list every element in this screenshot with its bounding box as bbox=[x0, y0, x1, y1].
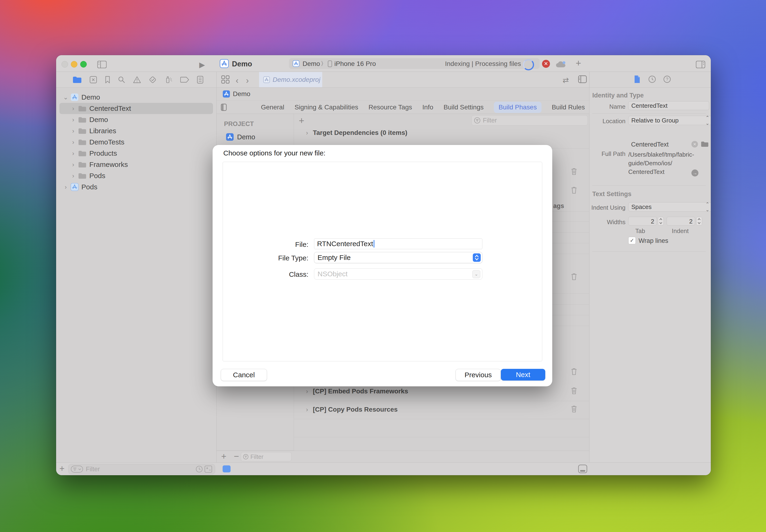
targets-filter-field[interactable]: Filter bbox=[241, 452, 291, 461]
tree-item-frameworks[interactable]: › Frameworks bbox=[56, 159, 216, 170]
name-field[interactable]: CenteredText bbox=[628, 101, 709, 110]
forward-button[interactable]: › bbox=[246, 76, 249, 86]
previous-button[interactable]: Previous bbox=[456, 369, 501, 381]
trash-icon[interactable] bbox=[571, 273, 578, 280]
cancel-button[interactable]: Cancel bbox=[221, 369, 267, 381]
remove-target-button[interactable]: − bbox=[234, 451, 239, 461]
debug-area-toggle-icon[interactable] bbox=[578, 464, 587, 473]
tree-item-demo-folder[interactable]: › Demo bbox=[56, 114, 216, 125]
add-build-phase-button[interactable]: + bbox=[299, 115, 304, 126]
editor-file-tab[interactable]: Demo.xcodeproj bbox=[259, 72, 322, 87]
indent-using-popup[interactable]: Spaces ⌃⌄ bbox=[628, 202, 711, 212]
scm-status-filter-icon[interactable] bbox=[205, 466, 212, 473]
zoom-button[interactable] bbox=[80, 61, 87, 68]
report-navigator-icon[interactable] bbox=[197, 76, 203, 84]
build-phases-filter-field[interactable]: Filter bbox=[472, 115, 588, 126]
trash-icon[interactable] bbox=[571, 186, 578, 194]
file-name-input[interactable]: RTNCenteredText bbox=[314, 238, 482, 249]
class-combo-field[interactable]: NSObject ⌄ bbox=[314, 268, 482, 280]
find-navigator-icon[interactable] bbox=[118, 76, 125, 83]
test-navigator-icon[interactable] bbox=[149, 76, 157, 84]
issue-navigator-icon[interactable] bbox=[133, 76, 141, 83]
chevron-right-icon[interactable]: › bbox=[304, 406, 310, 413]
scheme-device[interactable]: iPhone 16 Pro bbox=[334, 60, 376, 68]
inspector-toggle-icon[interactable] bbox=[696, 61, 705, 68]
activity-status-text[interactable]: Indexing | Processing files bbox=[445, 60, 521, 68]
tree-item-libraries[interactable]: › Libraries bbox=[56, 125, 216, 137]
tab-build-settings[interactable]: Build Settings bbox=[444, 104, 484, 111]
chevron-right-icon[interactable]: › bbox=[70, 172, 76, 180]
tree-item-demotests[interactable]: › DemoTests bbox=[56, 137, 216, 148]
tree-item-centeredtext[interactable]: › CenteredText bbox=[59, 103, 213, 114]
choose-folder-icon[interactable] bbox=[701, 141, 709, 147]
column-toggle-icon[interactable] bbox=[221, 104, 227, 111]
filter-bar-toggle-icon[interactable] bbox=[223, 465, 230, 472]
tree-item-demo-project[interactable]: ⌄ Demo bbox=[56, 92, 216, 103]
navigator-filter-field[interactable]: Filter bbox=[68, 464, 215, 474]
indent-width-field[interactable]: 2 bbox=[667, 217, 695, 226]
chevron-right-icon[interactable]: › bbox=[70, 116, 76, 123]
project-navigator-icon[interactable] bbox=[72, 76, 82, 83]
tab-overview-icon[interactable] bbox=[221, 75, 230, 84]
wrap-lines-checkbox[interactable]: ✓ bbox=[628, 237, 636, 244]
chevron-right-icon[interactable]: › bbox=[304, 388, 310, 395]
chevron-right-icon[interactable]: › bbox=[70, 105, 76, 112]
copy-pods-row[interactable]: › [CP] Copy Pods Resources bbox=[304, 406, 398, 413]
add-target-button[interactable]: + bbox=[221, 451, 226, 461]
open-path-arrow-icon[interactable]: → bbox=[691, 169, 698, 176]
recents-clock-icon[interactable] bbox=[196, 466, 203, 473]
clear-location-icon[interactable]: ✕ bbox=[691, 141, 698, 147]
run-button[interactable]: ▶ bbox=[199, 60, 205, 69]
chevron-right-icon[interactable]: › bbox=[63, 183, 69, 191]
navigator-toggle-icon[interactable] bbox=[97, 61, 107, 68]
chevron-down-icon[interactable]: ⌄ bbox=[63, 94, 69, 101]
add-toolbar-button[interactable]: + bbox=[576, 58, 581, 68]
scheme-target[interactable]: Demo bbox=[302, 60, 320, 68]
location-popup[interactable]: Relative to Group ⌃⌄ bbox=[628, 116, 711, 125]
tree-item-products[interactable]: › Products bbox=[56, 148, 216, 159]
breakpoint-navigator-icon[interactable] bbox=[180, 77, 189, 83]
next-button[interactable]: Next bbox=[501, 369, 545, 381]
chevron-right-icon[interactable]: › bbox=[70, 150, 76, 157]
tree-item-pods-project[interactable]: › Pods bbox=[56, 181, 216, 193]
chevron-right-icon[interactable]: › bbox=[304, 129, 310, 137]
tab-build-rules[interactable]: Build Rules bbox=[552, 104, 585, 111]
add-editor-icon[interactable] bbox=[578, 75, 587, 83]
chevron-right-icon[interactable]: › bbox=[70, 161, 76, 168]
scheme-status-pill[interactable]: Demo 〉 iPhone 16 Pro Indexing | Processi… bbox=[289, 58, 540, 69]
history-inspector-icon[interactable] bbox=[648, 75, 656, 83]
indent-width-stepper[interactable] bbox=[696, 217, 702, 226]
tree-item-pods-folder[interactable]: › Pods bbox=[56, 170, 216, 181]
tab-width-stepper[interactable] bbox=[658, 217, 664, 226]
minimize-button[interactable] bbox=[71, 61, 77, 68]
chevron-right-icon[interactable]: › bbox=[70, 127, 76, 135]
source-control-navigator-icon[interactable] bbox=[90, 76, 97, 83]
trash-icon[interactable] bbox=[571, 387, 578, 395]
tab-signing-capabilities[interactable]: Signing & Capabilities bbox=[294, 104, 358, 111]
trash-icon[interactable] bbox=[571, 367, 578, 375]
jumpbar-item[interactable]: Demo bbox=[233, 90, 250, 98]
debug-navigator-icon[interactable] bbox=[165, 76, 172, 84]
error-badge-icon[interactable]: ✕ bbox=[542, 60, 550, 68]
help-inspector-icon[interactable]: ? bbox=[663, 75, 671, 83]
project-column-item[interactable]: Demo bbox=[226, 133, 255, 141]
trash-icon[interactable] bbox=[571, 167, 578, 175]
tab-general[interactable]: General bbox=[261, 104, 284, 111]
add-file-button[interactable]: + bbox=[59, 464, 65, 474]
chevron-right-icon[interactable]: › bbox=[70, 139, 76, 146]
close-button[interactable] bbox=[61, 61, 68, 68]
target-dependencies-row[interactable]: › Target Dependencies (0 items) bbox=[304, 129, 407, 137]
tab-width-field[interactable]: 2 bbox=[628, 217, 657, 226]
swap-editor-icon[interactable]: ⇄ bbox=[563, 76, 569, 85]
embed-pods-row[interactable]: › [CP] Embed Pods Frameworks bbox=[304, 388, 408, 395]
bookmark-navigator-icon[interactable] bbox=[105, 76, 110, 83]
tab-build-phases[interactable]: Build Phases bbox=[494, 102, 541, 113]
trash-icon[interactable] bbox=[571, 405, 578, 413]
tab-info[interactable]: Info bbox=[422, 104, 433, 111]
cloud-icon[interactable] bbox=[556, 61, 566, 68]
tab-resource-tags[interactable]: Resource Tags bbox=[368, 104, 412, 111]
filter-menu-icon[interactable] bbox=[71, 466, 83, 473]
back-button[interactable]: ‹ bbox=[236, 76, 238, 86]
file-type-popup[interactable]: Empty File bbox=[314, 252, 482, 263]
file-inspector-icon[interactable] bbox=[634, 75, 640, 83]
